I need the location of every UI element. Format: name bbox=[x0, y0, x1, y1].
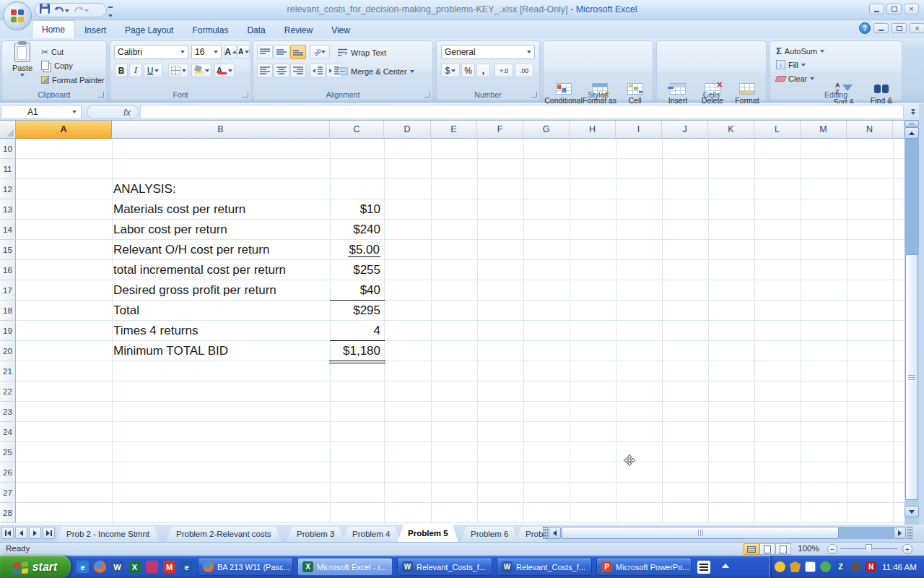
workbook-close-button[interactable]: × bbox=[910, 23, 924, 33]
hscroll-split-handle[interactable] bbox=[907, 527, 912, 539]
horizontal-scroll-track[interactable] bbox=[839, 527, 894, 539]
quick-launch-key-icon[interactable] bbox=[146, 561, 158, 573]
merge-center-button[interactable]: Merge & Center bbox=[337, 65, 414, 77]
column-header-N[interactable]: N bbox=[847, 121, 893, 139]
cell-C16[interactable]: $255 bbox=[312, 260, 380, 280]
cell-C15[interactable]: $5.00 bbox=[312, 240, 380, 260]
row-header-22[interactable]: 22 bbox=[0, 381, 16, 402]
copy-button[interactable]: Copy bbox=[41, 59, 73, 72]
cell-B13[interactable]: Materials cost per return bbox=[113, 199, 245, 220]
font-color-button[interactable]: A bbox=[214, 64, 235, 77]
clear-button[interactable]: Clear bbox=[776, 72, 814, 85]
tab-review[interactable]: Review bbox=[275, 22, 322, 38]
name-box[interactable]: A1 bbox=[1, 105, 82, 119]
sheet-tab-problem5[interactable]: Problem 5 bbox=[398, 525, 458, 542]
font-size-combo[interactable]: 16 bbox=[191, 45, 222, 59]
insert-function-button[interactable]: fx bbox=[87, 105, 139, 119]
autosum-button[interactable]: ΣAutoSum bbox=[776, 45, 824, 57]
row-header-15[interactable]: 15 bbox=[0, 240, 16, 260]
column-header-I[interactable]: I bbox=[616, 121, 662, 139]
italic-button[interactable]: I bbox=[129, 64, 142, 77]
row-header-24[interactable]: 24 bbox=[0, 422, 16, 442]
restore-button[interactable] bbox=[886, 4, 902, 14]
cell-B17[interactable]: Desired gross profit per return bbox=[113, 280, 276, 301]
scroll-down-button[interactable] bbox=[905, 506, 919, 517]
cell-C14[interactable]: $240 bbox=[312, 220, 380, 240]
zoom-level[interactable]: 100% bbox=[794, 544, 823, 553]
tab-page-layout[interactable]: Page Layout bbox=[116, 22, 183, 38]
row-header-10[interactable]: 10 bbox=[0, 139, 16, 159]
cell-B14[interactable]: Labor cost per return bbox=[113, 220, 227, 240]
zoom-in-button[interactable]: + bbox=[902, 544, 912, 554]
tray-volume-icon[interactable] bbox=[850, 561, 861, 572]
column-header-D[interactable]: D bbox=[384, 121, 431, 139]
tab-insert[interactable]: Insert bbox=[75, 22, 116, 38]
comma-style-button[interactable]: , bbox=[476, 64, 490, 77]
cell-B16[interactable]: total incremental cost per return bbox=[113, 260, 286, 280]
column-header-partial[interactable] bbox=[893, 121, 905, 139]
column-header-H[interactable]: H bbox=[570, 121, 616, 139]
hscroll-left-button[interactable] bbox=[549, 527, 561, 539]
column-header-B[interactable]: B bbox=[112, 121, 330, 139]
column-header-F[interactable]: F bbox=[477, 121, 523, 139]
show-hidden-icons-button[interactable] bbox=[722, 564, 729, 568]
cell-C19[interactable]: 4 bbox=[312, 321, 380, 341]
sheet-tab-problem2-relevant[interactable]: Problem 2-Relevant costs bbox=[166, 527, 282, 542]
help-button[interactable]: ? bbox=[859, 22, 871, 34]
workbook-restore-button[interactable] bbox=[892, 23, 907, 33]
number-format-combo[interactable]: General bbox=[441, 45, 535, 59]
quick-launch-mail-icon[interactable]: M bbox=[163, 561, 175, 573]
accounting-format-button[interactable]: $ bbox=[441, 64, 460, 77]
sheet-tab-problem4[interactable]: Problem 4 bbox=[342, 527, 400, 542]
column-header-K[interactable]: K bbox=[708, 121, 754, 139]
row-header-11[interactable]: 11 bbox=[0, 159, 16, 179]
row-header-25[interactable]: 25 bbox=[0, 442, 16, 462]
task-powerpoint[interactable]: PMicrosoft PowerPo... bbox=[596, 558, 692, 576]
horizontal-scroll-thumb[interactable] bbox=[562, 527, 839, 539]
start-button[interactable]: start bbox=[0, 556, 71, 578]
zoom-out-button[interactable]: − bbox=[827, 544, 837, 554]
quick-launch-ie-icon[interactable]: e bbox=[77, 561, 89, 573]
font-name-combo[interactable]: Calibri bbox=[114, 45, 188, 59]
row-header-28[interactable]: 28 bbox=[0, 503, 16, 523]
number-dialog-launcher[interactable] bbox=[531, 92, 537, 98]
tab-home[interactable]: Home bbox=[32, 20, 75, 38]
fill-button[interactable]: ↓Fill bbox=[776, 59, 806, 71]
alignment-dialog-launcher[interactable] bbox=[424, 92, 430, 98]
quick-launch-ie2-icon[interactable]: e bbox=[180, 561, 193, 573]
formula-input[interactable] bbox=[140, 105, 904, 119]
next-sheet-button[interactable] bbox=[29, 527, 41, 539]
orientation-button[interactable]: ab bbox=[310, 45, 330, 59]
sheet-tab-problem3[interactable]: Problem 3 bbox=[287, 527, 344, 542]
paste-button[interactable]: Paste bbox=[6, 43, 38, 87]
task-word-2[interactable]: WRelevant_Costs_f... bbox=[497, 558, 592, 576]
row-header-14[interactable]: 14 bbox=[0, 220, 16, 240]
scroll-up-button[interactable] bbox=[905, 127, 919, 139]
row-header-17[interactable]: 17 bbox=[0, 280, 16, 301]
bold-button[interactable]: B bbox=[115, 64, 128, 77]
tray-z-icon[interactable]: Z bbox=[835, 561, 846, 572]
align-left-button[interactable] bbox=[257, 64, 273, 78]
cell-B12[interactable]: ANALYSIS: bbox=[113, 179, 176, 199]
align-center-button[interactable] bbox=[274, 64, 289, 78]
column-header-L[interactable]: L bbox=[754, 121, 801, 139]
first-sheet-button[interactable] bbox=[1, 527, 14, 539]
row-header-27[interactable]: 27 bbox=[0, 483, 16, 503]
previous-sheet-button[interactable] bbox=[15, 527, 27, 539]
tab-data[interactable]: Data bbox=[237, 22, 274, 38]
row-header-21[interactable]: 21 bbox=[0, 361, 16, 381]
office-button[interactable] bbox=[3, 1, 32, 30]
minimize-button[interactable] bbox=[869, 4, 884, 14]
page-layout-view-button[interactable] bbox=[759, 543, 775, 555]
vertical-scroll-thumb[interactable] bbox=[905, 254, 918, 500]
column-header-M[interactable]: M bbox=[801, 121, 847, 139]
tray-shield-icon[interactable] bbox=[790, 561, 801, 572]
cell-B20[interactable]: Minimum TOTAL BID bbox=[113, 341, 228, 361]
align-right-button[interactable] bbox=[290, 64, 306, 78]
tray-app-icon[interactable] bbox=[805, 561, 816, 572]
cell-B15[interactable]: Relevant O/H cost per return bbox=[113, 240, 269, 260]
normal-view-button[interactable] bbox=[744, 543, 759, 555]
cell-B19[interactable]: Times 4 returns bbox=[113, 321, 198, 341]
tab-formulas[interactable]: Formulas bbox=[183, 22, 237, 38]
clipboard-dialog-launcher[interactable] bbox=[98, 92, 104, 98]
